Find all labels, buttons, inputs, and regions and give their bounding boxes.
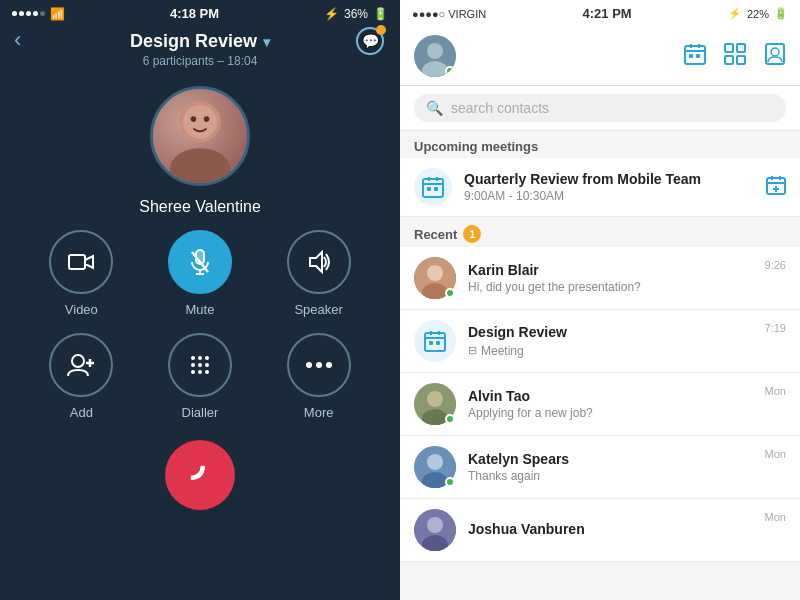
list-item[interactable]: Katelyn Spears Thanks again Mon [400, 436, 800, 499]
video-button[interactable] [49, 230, 113, 294]
call-title-text: Design Review [130, 31, 257, 52]
design-review-info: Design Review ⊟ Meeting [468, 324, 753, 358]
mute-button[interactable] [168, 230, 232, 294]
katelyn-online-dot [445, 477, 455, 487]
speaker-button[interactable] [287, 230, 351, 294]
svg-point-22 [205, 370, 209, 374]
left-status-bar: 📶 4:18 PM ⚡ 36% 🔋 [0, 0, 400, 27]
katelyn-msg: Thanks again [468, 469, 753, 483]
design-review-time: 7:19 [765, 322, 786, 334]
alvin-name: Alvin Tao [468, 388, 753, 404]
list-item[interactable]: Alvin Tao Applying for a new job? Mon [400, 373, 800, 436]
joshua-avatar-svg [414, 509, 456, 551]
svg-point-11 [72, 355, 84, 367]
katelyn-time: Mon [765, 448, 786, 460]
svg-point-25 [326, 362, 332, 368]
end-call-icon [185, 460, 215, 490]
svg-point-63 [427, 391, 443, 407]
svg-point-2 [183, 105, 217, 139]
back-button[interactable]: ‹ [14, 27, 21, 53]
right-bluetooth-icon: ⚡ [728, 7, 742, 20]
svg-point-1 [170, 148, 230, 183]
left-time: 4:18 PM [170, 6, 219, 21]
add-control[interactable]: Add [30, 333, 133, 420]
alvin-info: Alvin Tao Applying for a new job? [468, 388, 753, 420]
svg-point-4 [204, 116, 210, 122]
signal-dots [12, 11, 45, 16]
more-icon [305, 361, 333, 369]
meeting-calendar-icon [414, 168, 452, 206]
right-carrier: ●●●●○ VIRGIN [412, 8, 486, 20]
joshua-name: Joshua Vanburen [468, 521, 753, 537]
speaker-control[interactable]: Speaker [267, 230, 370, 317]
dialler-button[interactable] [168, 333, 232, 397]
header-icons [684, 43, 786, 70]
video-control[interactable]: Video [30, 230, 133, 317]
call-subtitle: 6 participants – 18:04 [143, 54, 258, 68]
contact-list: Karin Blair Hi, did you get the presenta… [400, 247, 800, 600]
svg-point-19 [205, 363, 209, 367]
meeting-details: Quarterly Review from Mobile Team 9:00AM… [464, 171, 754, 203]
search-placeholder: search contacts [451, 100, 549, 116]
chat-button[interactable]: 💬 [356, 27, 386, 57]
left-panel: 📶 4:18 PM ⚡ 36% 🔋 ‹ Design Review ▾ 6 pa… [0, 0, 400, 600]
contact-avatar-alvin [414, 383, 456, 425]
svg-rect-5 [69, 255, 85, 269]
meeting-add-calendar-icon[interactable] [766, 175, 786, 200]
calendar-icon[interactable] [684, 43, 706, 70]
svg-point-69 [427, 517, 443, 533]
list-item[interactable]: Design Review ⊟ Meeting 7:19 [400, 310, 800, 373]
svg-rect-45 [427, 187, 431, 191]
mute-icon [189, 249, 211, 275]
svg-point-18 [198, 363, 202, 367]
list-item[interactable]: Joshua Vanburen Mon [400, 499, 800, 562]
video-icon [68, 251, 94, 273]
add-button[interactable] [49, 333, 113, 397]
svg-rect-60 [429, 341, 433, 345]
left-status-icons: 📶 [12, 7, 65, 21]
svg-point-66 [427, 454, 443, 470]
svg-rect-33 [689, 54, 693, 58]
list-item[interactable]: Karin Blair Hi, did you get the presenta… [400, 247, 800, 310]
svg-rect-37 [725, 56, 733, 64]
karin-name: Karin Blair [468, 262, 753, 278]
mute-label: Mute [186, 302, 215, 317]
avatar-image [153, 89, 247, 183]
alvin-time: Mon [765, 385, 786, 397]
end-call-button[interactable] [165, 440, 235, 510]
meeting-msg-icon: ⊟ [468, 344, 477, 357]
svg-rect-56 [425, 333, 445, 351]
call-header: ‹ Design Review ▾ 6 participants – 18:04… [0, 27, 400, 76]
svg-point-23 [306, 362, 312, 368]
katelyn-name: Katelyn Spears [468, 451, 753, 467]
right-panel: ●●●●○ VIRGIN 4:21 PM ⚡ 22% 🔋 [400, 0, 800, 600]
svg-point-14 [191, 356, 195, 360]
svg-rect-29 [685, 46, 705, 64]
contacts-icon[interactable] [764, 43, 786, 70]
karin-online-dot [445, 288, 455, 298]
right-time: 4:21 PM [583, 6, 632, 21]
svg-point-27 [427, 43, 443, 59]
more-button[interactable] [287, 333, 351, 397]
chat-badge [376, 25, 386, 35]
contacts-svg [764, 43, 786, 65]
search-bar: 🔍 search contacts [400, 86, 800, 131]
katelyn-info: Katelyn Spears Thanks again [468, 451, 753, 483]
more-control[interactable]: More [267, 333, 370, 420]
svg-rect-38 [737, 56, 745, 64]
svg-point-3 [191, 116, 197, 122]
joshua-info: Joshua Vanburen [468, 521, 753, 539]
svg-rect-34 [696, 54, 700, 58]
mute-control[interactable]: Mute [149, 230, 252, 317]
caller-name: Sheree Valentine [139, 198, 261, 216]
design-review-name: Design Review [468, 324, 753, 340]
bluetooth-icon: ⚡ [324, 7, 339, 21]
contact-avatar-karin [414, 257, 456, 299]
svg-point-15 [198, 356, 202, 360]
svg-rect-41 [423, 179, 443, 197]
search-input-wrap[interactable]: 🔍 search contacts [414, 94, 786, 122]
grid-icon[interactable] [724, 43, 746, 70]
svg-point-21 [198, 370, 202, 374]
meeting-item[interactable]: Quarterly Review from Mobile Team 9:00AM… [400, 158, 800, 217]
dialler-control[interactable]: Dialler [149, 333, 252, 420]
